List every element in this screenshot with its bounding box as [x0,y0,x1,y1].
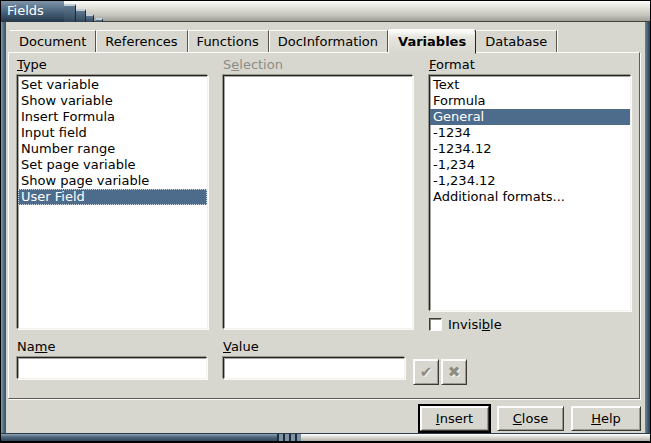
value-label: Value [223,339,259,355]
resize-grip[interactable] [277,434,301,441]
type-listbox[interactable]: Set variable Show variable Insert Formul… [17,75,208,329]
format-list-item[interactable]: -1234 [430,125,630,141]
selection-listbox[interactable] [223,75,413,329]
tab-bar: Document References Functions DocInforma… [10,30,557,52]
titlebar-step-decoration [64,4,76,22]
window-border-bottom-left [1,434,277,441]
format-list-item[interactable]: -1,234.12 [430,173,630,189]
tab[interactable]: DocInformation [269,30,388,52]
tab[interactable]: Functions [188,30,269,52]
selection-label: Selection [223,57,283,73]
titlebar[interactable]: Fields [1,1,650,22]
invisible-checkbox-row: Invisible [429,317,502,331]
close-button[interactable]: Close [497,406,564,431]
format-list-item[interactable]: Formula [430,93,630,109]
insert-button[interactable]: Insert [420,406,489,431]
format-listbox[interactable]: Text Formula General -1234 -1234.12 -1,2… [429,75,631,311]
titlebar-step-decoration [76,9,86,22]
format-list-item[interactable]: Text [430,77,630,93]
format-list-item[interactable]: -1234.12 [430,141,630,157]
x-icon: ✖ [448,363,461,381]
window-title: Fields [1,1,64,22]
tab[interactable]: Database [476,30,557,52]
help-button[interactable]: Help [571,406,641,431]
type-list-item[interactable]: Show variable [18,93,207,109]
type-list-item[interactable]: Insert Formula [18,109,207,125]
format-list-item[interactable]: -1,234 [430,157,630,173]
apply-button[interactable]: ✔ [413,359,439,385]
name-label: Name [17,339,55,355]
type-list-item[interactable]: User Field [18,189,207,205]
dialog-client-area: Document References Functions DocInforma… [6,22,645,433]
invisible-checkbox[interactable] [429,318,442,331]
type-list-item[interactable]: Show page variable [18,173,207,189]
name-field[interactable] [17,357,207,379]
format-list-item[interactable]: General [430,109,630,125]
window-border-bottom-right [301,434,650,441]
value-field[interactable] [223,357,405,379]
type-list-item[interactable]: Set variable [18,77,207,93]
invisible-checkbox-label: Invisible [448,317,502,332]
tab[interactable]: Variables [388,29,476,54]
format-list-item[interactable]: Additional formats... [430,189,630,205]
window-border-bottom [1,433,650,441]
check-icon: ✔ [420,363,433,381]
window-border-right [645,22,650,441]
titlebar-step-decoration [86,14,94,22]
type-list-item[interactable]: Number range [18,141,207,157]
variables-tab-page: Type Selection Format Set variable Show … [8,52,640,399]
fields-dialog-window: Fields Document References Functions Doc… [0,0,651,443]
tab[interactable]: References [96,30,187,52]
type-list-item[interactable]: Set page variable [18,157,207,173]
format-label: Format [429,57,475,73]
type-label: Type [17,57,47,73]
tab[interactable]: Document [10,30,96,52]
cancel-button[interactable]: ✖ [441,359,467,385]
type-list-item[interactable]: Input field [18,125,207,141]
